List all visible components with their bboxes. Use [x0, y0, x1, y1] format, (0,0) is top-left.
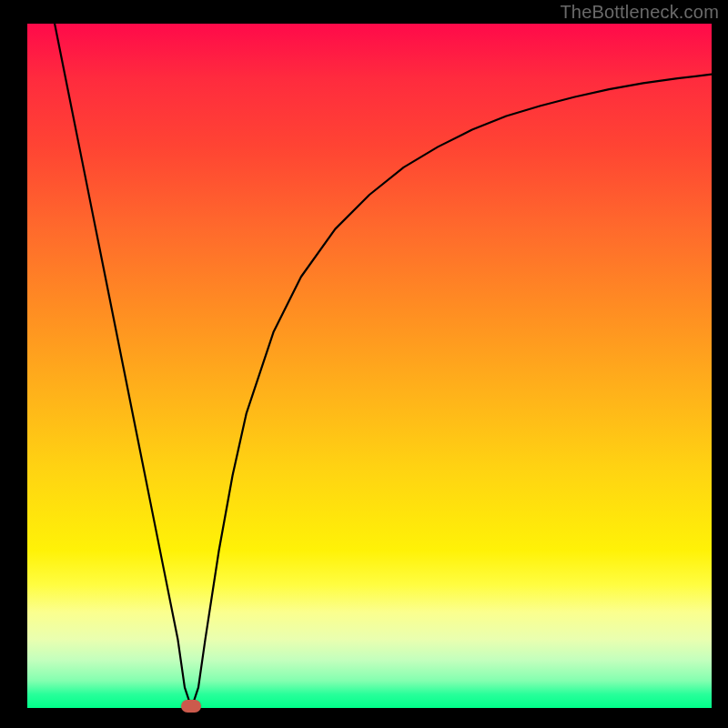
bottleneck-curve [27, 24, 712, 708]
bottleneck-minimum-marker [181, 700, 201, 713]
chart-frame: TheBottleneck.com [0, 0, 728, 728]
plot-area [27, 24, 712, 708]
watermark-text: TheBottleneck.com [560, 2, 719, 23]
